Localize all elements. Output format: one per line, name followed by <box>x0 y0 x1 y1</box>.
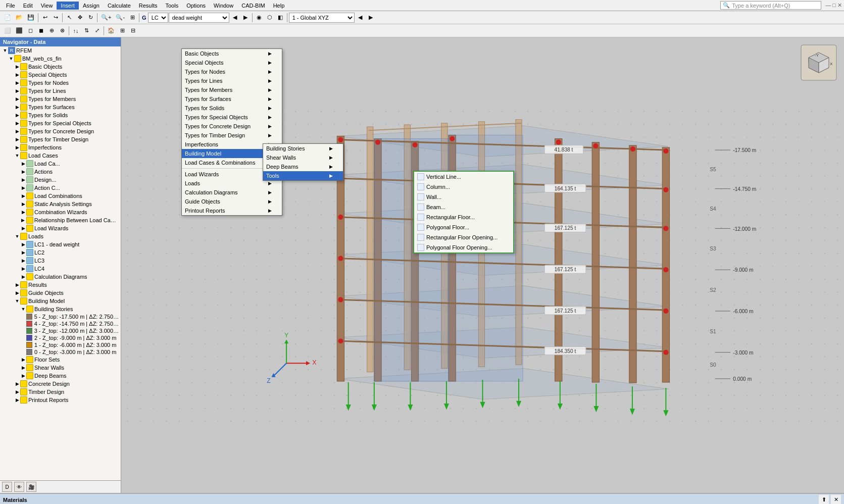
view-select[interactable]: 1 - Global XYZ <box>289 13 355 23</box>
lc-next[interactable]: ▶ <box>240 13 251 22</box>
nav-types-special[interactable]: ▶ Types for Special Objects <box>0 119 121 127</box>
undo-btn[interactable]: ↩ <box>40 13 50 22</box>
shade-btn[interactable]: ◧ <box>275 13 285 22</box>
open-btn[interactable]: 📂 <box>14 13 25 22</box>
search-box[interactable]: 🔍 Type a keyword (Alt+Q) <box>720 1 821 10</box>
menu-item-basic-objects[interactable]: Basic Objects ▶ <box>182 49 282 58</box>
menu-insert[interactable]: Insert <box>57 2 79 10</box>
mat-close-btn[interactable]: ✕ <box>831 495 841 504</box>
nav-load-ca-sub[interactable]: ▶ Load Ca... <box>0 160 121 168</box>
menu-options[interactable]: Options <box>182 2 210 10</box>
nav-types-lines[interactable]: ▶ Types for Lines <box>0 87 121 95</box>
menu-view[interactable]: View <box>37 2 57 10</box>
nav-story0[interactable]: 0 - Z_top: -3.000 m | ΔZ: 3.000 m <box>0 348 121 356</box>
nav-lc4[interactable]: ▶ LC4 <box>0 265 121 273</box>
tools-rect-floor[interactable]: Rectangular Floor... <box>414 212 513 222</box>
menu-item-types-concrete[interactable]: Types for Concrete Design ▶ <box>182 122 282 131</box>
nav-lc3[interactable]: ▶ LC3 <box>0 257 121 265</box>
nav-types-solids[interactable]: ▶ Types for Solids <box>0 111 121 119</box>
nav-building-stories[interactable]: ▼ Building Stories <box>0 305 121 313</box>
nav-display-btn[interactable]: 👁 <box>14 482 24 492</box>
lc-prev[interactable]: ◀ <box>230 13 240 22</box>
nav-imperfections[interactable]: ▶ Imperfections <box>0 143 121 152</box>
nav-types-surfaces[interactable]: ▶ Types for Surfaces <box>0 103 121 111</box>
menu-assign[interactable]: Assign <box>79 2 104 10</box>
lc-name-select[interactable]: dead weight <box>169 13 229 23</box>
menu-calculate[interactable]: Calculate <box>104 2 135 10</box>
tb2-5[interactable]: ⊕ <box>46 26 57 35</box>
tb2-9[interactable]: ⤢ <box>92 26 102 35</box>
nav-story5[interactable]: 5 - Z_top: -17.500 m | ΔZ: 2.750 m <box>0 313 121 320</box>
mat-detach-btn[interactable]: ⬆ <box>819 495 829 504</box>
nav-story3[interactable]: 3 - Z_top: -12.000 m | ΔZ: 3.000 m <box>0 327 121 334</box>
tools-wall[interactable]: Wall... <box>414 192 513 202</box>
select-btn[interactable]: ↖ <box>64 13 74 22</box>
nav-guide-objects[interactable]: ▶ Guide Objects <box>0 289 121 297</box>
tools-poly-floor[interactable]: Polygonal Floor... <box>414 222 513 232</box>
menu-item-types-lines[interactable]: Types for Lines ▶ <box>182 76 282 85</box>
render-btn[interactable]: ◉ <box>254 13 264 22</box>
nav-relationship-lc[interactable]: ▶ Relationship Between Load Cases <box>0 216 121 224</box>
tb2-2[interactable]: ⬛ <box>14 26 25 35</box>
nav-printout-reports[interactable]: ▶ Printout Reports <box>0 396 121 404</box>
nav-floor-sets[interactable]: ▶ Floor Sets <box>0 356 121 364</box>
nav-results[interactable]: ▶ Results <box>0 281 121 289</box>
nav-actions[interactable]: ▶ Actions <box>0 168 121 176</box>
bm-shear-walls[interactable]: Shear Walls ▶ <box>263 153 343 162</box>
nav-types-nodes[interactable]: ▶ Types for Nodes <box>0 79 121 87</box>
menu-item-types-solids[interactable]: Types for Solids ▶ <box>182 104 282 113</box>
new-btn[interactable]: 📄 <box>2 13 13 22</box>
tools-vertical-line[interactable]: Vertical Line... <box>414 172 513 182</box>
nav-load-combinations[interactable]: ▶ Load Combinations <box>0 192 121 200</box>
tb2-10[interactable]: 🏠 <box>106 26 117 35</box>
nav-load-cases[interactable]: ▼ Load Cases <box>0 152 121 160</box>
menu-item-types-nodes[interactable]: Types for Nodes ▶ <box>182 67 282 76</box>
menu-item-guide-objects[interactable]: Guide Objects ▶ <box>182 197 282 206</box>
lc-select[interactable]: LC1 <box>148 13 168 23</box>
nav-basic-objects[interactable]: ▶ Basic Objects <box>0 63 121 71</box>
menu-help[interactable]: Help <box>269 2 289 10</box>
nav-lc1[interactable]: ▶ LC1 - dead weight <box>0 240 121 248</box>
tools-column[interactable]: Column... <box>414 182 513 192</box>
menu-item-types-timber[interactable]: Types for Timber Design ▶ <box>182 131 282 140</box>
tb2-12[interactable]: ⊟ <box>128 26 138 35</box>
nav-project[interactable]: ▼ BM_web_cs_fin <box>0 55 121 63</box>
nav-shear-walls[interactable]: ▶ Shear Walls <box>0 364 121 372</box>
bm-tools[interactable]: Tools ▶ <box>263 171 343 180</box>
tb2-7[interactable]: ↑↓ <box>71 26 81 35</box>
menu-item-types-members[interactable]: Types for Members ▶ <box>182 85 282 94</box>
nav-action-c[interactable]: ▶ Action C... <box>0 184 121 192</box>
nav-design[interactable]: ▶ Design... <box>0 176 121 184</box>
nav-types-concrete[interactable]: ▶ Types for Concrete Design <box>0 127 121 135</box>
wire-btn[interactable]: ⬡ <box>265 13 275 22</box>
nav-root[interactable]: ▼ R RFEM <box>0 46 121 55</box>
nav-timber-design[interactable]: ▶ Timber Design <box>0 388 121 396</box>
tools-poly-opening[interactable]: Polygonal Floor Opening... <box>414 242 513 253</box>
nav-project-arrow[interactable]: ▼ <box>8 56 14 61</box>
save-btn[interactable]: 💾 <box>25 13 36 22</box>
menu-item-types-surfaces[interactable]: Types for Surfaces ▶ <box>182 94 282 104</box>
nav-loads[interactable]: ▼ Loads <box>0 232 121 240</box>
zoom-out-btn[interactable]: 🔍- <box>114 13 127 22</box>
nav-story4[interactable]: 4 - Z_top: -14.750 m | ΔZ: 2.750 m <box>0 320 121 327</box>
nav-story2[interactable]: 2 - Z_top: -9.000 m | ΔZ: 3.000 m <box>0 334 121 341</box>
tb2-4[interactable]: ◼ <box>36 26 46 35</box>
tools-rect-opening[interactable]: Rectangular Floor Opening... <box>414 232 513 242</box>
menu-item-printout-reports[interactable]: Printout Reports ▶ <box>182 206 282 215</box>
menu-cadbim[interactable]: CAD-BIM <box>237 2 269 10</box>
nav-view-btn[interactable]: 🎥 <box>26 482 36 492</box>
nav-lc2[interactable]: ▶ LC2 <box>0 248 121 257</box>
tb2-3[interactable]: ◻ <box>25 26 35 35</box>
nav-data-btn[interactable]: D <box>2 482 12 492</box>
menu-window[interactable]: Window <box>210 2 237 10</box>
nav-root-arrow[interactable]: ▼ <box>2 48 8 53</box>
nav-combination-wizards[interactable]: ▶ Combination Wizards <box>0 208 121 216</box>
zoom-fit-btn[interactable]: ⊞ <box>127 13 137 22</box>
nav-load-wizards[interactable]: ▶ Load Wizards <box>0 224 121 232</box>
redo-btn[interactable]: ↪ <box>51 13 61 22</box>
cube-widget[interactable]: -Y X <box>799 42 839 83</box>
nav-calc-diagrams[interactable]: ▶ Calculation Diagrams <box>0 273 121 281</box>
menu-item-types-special-objects[interactable]: Types for Special Objects ▶ <box>182 113 282 122</box>
view-next[interactable]: ▶ <box>366 13 376 22</box>
nav-types-members[interactable]: ▶ Types for Members <box>0 95 121 103</box>
